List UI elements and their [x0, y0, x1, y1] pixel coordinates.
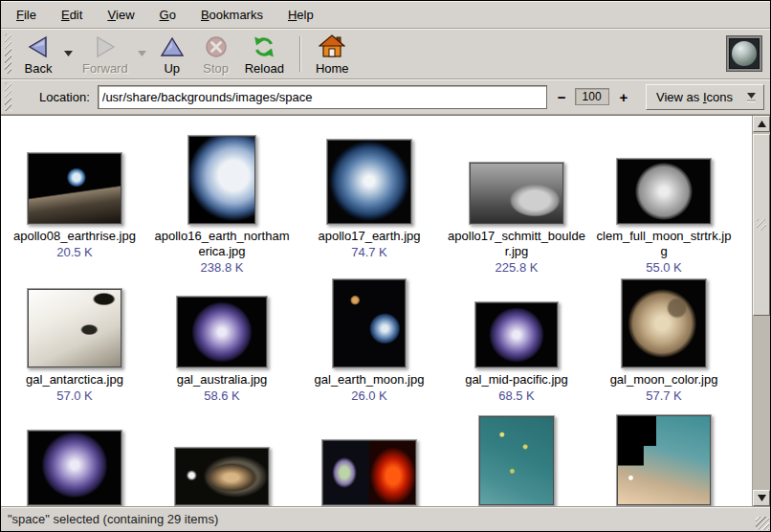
menu-help[interactable]: Help [278, 1, 323, 28]
scroll-down-button[interactable] [753, 490, 770, 506]
forward-button: Forward [76, 31, 135, 78]
file-thumbnail[interactable] [321, 439, 417, 506]
file-thumbnail[interactable] [187, 135, 256, 225]
thumbnail-wrapper [332, 273, 407, 368]
file-name[interactable]: gal_moon_color.jpg [610, 372, 718, 388]
file-thumbnail[interactable] [478, 415, 555, 506]
file-item[interactable]: gal_antarctica.jpg57.0 K [1, 273, 148, 403]
file-thumbnail[interactable] [621, 278, 707, 368]
file-row: apollo08_earthrise.jpg20.5 Kapollo16_ear… [1, 125, 752, 273]
file-thumbnail[interactable] [616, 414, 712, 506]
file-thumbnail[interactable] [174, 447, 270, 506]
scroll-down-icon [758, 495, 766, 501]
throbber [726, 35, 762, 72]
location-input[interactable] [98, 85, 547, 109]
thumbnail-wrapper [616, 409, 712, 506]
status-text: "space" selected (containing 29 items) [8, 512, 218, 526]
view-mode-label: View as Icons [656, 90, 733, 104]
file-name[interactable]: gal_earth_moon.jpg [315, 372, 425, 388]
back-button[interactable]: Back [16, 31, 60, 78]
file-size: 57.7 K [646, 388, 682, 403]
scrollbar-track[interactable] [753, 132, 770, 490]
file-thumbnail[interactable] [616, 158, 712, 225]
scroll-up-button[interactable] [753, 116, 770, 132]
file-item[interactable] [443, 409, 590, 506]
thumbnail-wrapper [321, 409, 417, 506]
file-item[interactable] [148, 409, 296, 506]
stop-icon [204, 33, 229, 60]
thumbnail-wrapper [27, 409, 122, 506]
thumbnail-wrapper [27, 273, 122, 368]
file-item[interactable] [590, 409, 738, 506]
toolbar-button-label: Stop [203, 61, 229, 76]
file-thumbnail[interactable] [27, 152, 122, 225]
home-button[interactable]: Home [309, 31, 356, 78]
file-item[interactable] [1, 409, 148, 506]
file-name[interactable]: gal_mid-pacific.jpg [465, 372, 568, 388]
file-thumbnail[interactable] [27, 430, 122, 506]
forward-icon [93, 33, 118, 60]
file-row [1, 409, 752, 506]
zoom-out-button[interactable]: − [553, 89, 571, 105]
file-name[interactable]: clem_full_moon_strtrk.jpg [594, 229, 734, 259]
file-thumbnail[interactable] [27, 288, 122, 368]
menu-view[interactable]: View [98, 1, 143, 28]
toolbar-button-label: Forward [82, 61, 128, 76]
menu-bookmarks[interactable]: Bookmarks [191, 1, 273, 28]
file-name[interactable]: apollo17_schmitt_boulder.jpg [447, 229, 586, 259]
file-item[interactable]: apollo17_earth.jpg74.7 K [296, 125, 443, 259]
toolbar-separator [299, 36, 300, 72]
zoom-in-button[interactable]: + [615, 89, 633, 105]
file-item[interactable]: apollo08_earthrise.jpg20.5 K [1, 125, 148, 259]
file-name[interactable]: gal_antarctica.jpg [26, 372, 123, 388]
thumbnail-wrapper [474, 273, 559, 368]
file-size: 57.0 K [56, 388, 93, 403]
zoom-level-indicator: 100 [575, 88, 609, 105]
file-item[interactable]: gal_australia.jpg58.6 K [148, 273, 296, 403]
forward-dropdown-arrow [135, 33, 150, 75]
file-size: 20.5 K [56, 245, 93, 259]
file-item[interactable]: clem_full_moon_strtrk.jpg55.0 K [590, 125, 738, 275]
vertical-scrollbar[interactable] [752, 116, 770, 506]
file-name[interactable]: apollo16_earth_northamerica.jpg [152, 229, 292, 259]
chevron-down-icon [747, 93, 756, 99]
file-name[interactable]: gal_australia.jpg [177, 372, 268, 388]
file-thumbnail[interactable] [176, 296, 268, 368]
thumbnail-wrapper [27, 125, 122, 225]
toolbar-button-label: Back [25, 61, 53, 76]
file-size: 68.5 K [498, 388, 535, 403]
icon-grid: apollo08_earthrise.jpg20.5 Kapollo16_ear… [1, 116, 752, 506]
file-thumbnail[interactable] [469, 162, 564, 225]
file-thumbnail[interactable] [474, 301, 559, 368]
reload-button[interactable]: Reload [238, 31, 291, 78]
file-thumbnail[interactable] [326, 139, 412, 225]
file-row: gal_antarctica.jpg57.0 Kgal_australia.jp… [1, 273, 752, 409]
view-mode-selector[interactable]: View as Icons [646, 84, 764, 110]
file-thumbnail[interactable] [332, 278, 407, 368]
toolbar: BackForwardUpStopReloadHome [1, 29, 770, 79]
file-item[interactable]: gal_earth_moon.jpg26.0 K [296, 273, 443, 403]
resize-grip[interactable] [756, 517, 769, 530]
home-icon [319, 33, 345, 60]
menu-go[interactable]: Go [150, 1, 186, 28]
menu-edit[interactable]: Edit [52, 1, 92, 28]
back-dropdown-arrow[interactable] [60, 33, 76, 75]
menu-file[interactable]: File [7, 1, 46, 28]
file-manager-window: FileEditViewGoBookmarksHelp BackForwardU… [0, 0, 771, 532]
toolbar-grip-handle[interactable] [5, 33, 11, 74]
location-bar-grip-handle[interactable] [5, 82, 11, 111]
file-name[interactable]: apollo08_earthrise.jpg [13, 229, 136, 244]
scrollbar-thumb[interactable] [753, 134, 770, 316]
toolbar-buttons: BackForwardUpStopReloadHome [16, 31, 356, 78]
file-item[interactable]: gal_moon_color.jpg57.7 K [590, 273, 738, 403]
file-item[interactable]: apollo17_schmitt_boulder.jpg225.8 K [443, 125, 590, 275]
file-item[interactable]: gal_mid-pacific.jpg68.5 K [443, 273, 590, 403]
file-item[interactable] [296, 409, 443, 506]
thumbnail-wrapper [478, 409, 555, 506]
thumbnail-wrapper [176, 273, 268, 368]
thumbnail-wrapper [621, 273, 707, 368]
file-name[interactable]: apollo17_earth.jpg [319, 229, 421, 244]
up-button[interactable]: Up [150, 31, 194, 78]
thumbnail-wrapper [187, 125, 256, 225]
file-item[interactable]: apollo16_earth_northamerica.jpg238.8 K [148, 125, 296, 275]
